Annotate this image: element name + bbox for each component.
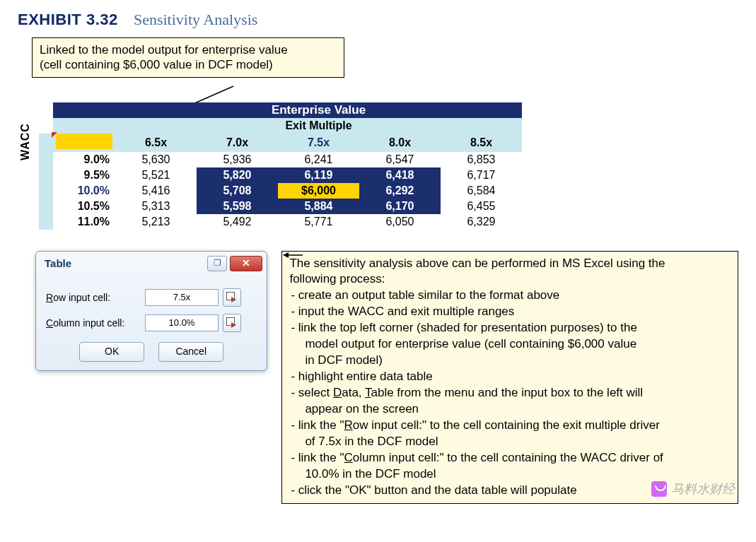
instr-line: - input the WACC and exit multiple range… (289, 304, 731, 320)
cell: 6,170 (359, 200, 441, 213)
instr-line: - link the top left corner (shaded for p… (289, 320, 731, 336)
multiple-header-center: 7.5x (278, 136, 359, 149)
column-input-cell[interactable] (145, 314, 219, 331)
svg-marker-2 (52, 132, 57, 138)
instr-line: The sensitivity analysis above can be pe… (289, 256, 731, 272)
callout-line: Linked to the model output for enterpris… (40, 42, 337, 57)
instr-line: - link the "Row input cell:" to the cell… (289, 418, 731, 434)
wacc-header: 10.5% (53, 200, 115, 213)
row-input-cell[interactable] (145, 289, 219, 306)
cell: 5,492 (197, 216, 278, 228)
instr-line: - highlight entire data table (289, 369, 731, 385)
cell: 6,292 (359, 184, 441, 197)
table-title: Enterprise Value (272, 103, 366, 117)
cell: 5,313 (115, 200, 197, 213)
instr-line: appear on the screen (289, 401, 731, 418)
cell: 5,708 (197, 184, 278, 197)
instructions-box: The sensitivity analysis above can be pe… (281, 251, 738, 504)
wacc-header: 11.0% (53, 216, 115, 228)
table-row: 9.5% 5,521 5,820 6,119 6,418 6,717 (39, 167, 522, 183)
cell: 6,547 (359, 153, 441, 166)
linked-output-cell[interactable] (56, 134, 112, 149)
column-input-label: Column input cell: (46, 317, 145, 329)
multiple-header: 8.5x (441, 136, 522, 149)
cell: 5,820 (197, 169, 278, 182)
callout-line: (cell containing $6,000 value in DCF mod… (40, 57, 337, 72)
cell-marker-icon (52, 132, 59, 139)
table-row: 10.0% 5,416 5,708 $6,000 6,292 6,584 (39, 183, 522, 199)
watermark-icon (651, 481, 667, 497)
cell: 6,418 (359, 169, 441, 182)
sensitivity-table: WACC Enterprise Value Exit Multiple 6.5x… (39, 102, 738, 230)
arrow-instr-to-dialog (283, 249, 304, 264)
cell: 6,241 (278, 153, 359, 166)
cell: 6,853 (441, 153, 522, 166)
instr-line: - link the "Column input cell:" to the c… (289, 450, 731, 466)
wacc-header: 9.5% (53, 169, 115, 182)
cell: 5,884 (278, 200, 359, 213)
cell-highlight: $6,000 (278, 184, 359, 197)
instr-line: model output for enterprise value (cell … (289, 336, 731, 353)
exhibit-title: Sensitivity Analysis (134, 11, 257, 28)
cell: 6,717 (441, 169, 522, 182)
exhibit-number: EXHIBIT 3.32 (18, 11, 118, 28)
instr-line: in DCF model) (289, 353, 731, 369)
instr-line: of 7.5x in the DCF model (289, 434, 731, 450)
dialog-close-button[interactable]: ✕ (230, 256, 262, 271)
table-row: 10.5% 5,313 5,598 5,884 6,170 6,455 (39, 199, 522, 214)
cell: 6,050 (359, 216, 441, 228)
cell: 5,213 (115, 216, 197, 228)
dialog-help-button[interactable]: ❐ (207, 256, 227, 271)
instr-line: - select Data, Table from the menu and t… (289, 385, 731, 401)
dialog-title: Table (45, 257, 71, 269)
wacc-axis-label: WACC (19, 123, 32, 160)
cancel-button[interactable]: Cancel (158, 342, 223, 362)
cell: 5,771 (278, 216, 359, 228)
table-row: 11.0% 5,213 5,492 5,771 6,050 6,329 (39, 214, 522, 230)
multiple-header: 7.0x (197, 136, 278, 149)
row-input-label: Row input cell: (46, 292, 145, 303)
watermark: 马料水财经 (651, 481, 735, 497)
exhibit-heading: EXHIBIT 3.32 Sensitivity Analysis (18, 11, 738, 29)
wacc-header: 9.0% (53, 153, 115, 166)
cell: 5,521 (115, 169, 197, 182)
cell: 6,119 (278, 169, 359, 182)
cell: 5,630 (115, 153, 197, 166)
instr-line: following process: (289, 271, 731, 288)
cell: 5,598 (197, 200, 278, 213)
cell: 5,416 (115, 184, 197, 197)
callout-linked-cell: Linked to the model output for enterpris… (32, 37, 344, 78)
instr-line: - create an output table similar to the … (289, 288, 731, 304)
cell: 5,936 (197, 153, 278, 166)
multiple-header: 8.0x (359, 136, 441, 149)
watermark-text: 马料水财经 (671, 481, 735, 497)
cell: 6,329 (441, 216, 522, 228)
table-subtitle: Exit Multiple (285, 119, 351, 131)
multiple-header: 6.5x (115, 136, 197, 149)
svg-marker-4 (283, 252, 289, 258)
cell: 6,584 (441, 184, 522, 197)
wacc-header-center: 10.0% (53, 184, 115, 197)
cell: 6,455 (441, 200, 522, 213)
ok-button[interactable]: OK (79, 342, 144, 362)
ref-picker-button[interactable] (223, 288, 241, 307)
table-dialog: Table ❐ ✕ Row input cell: Column input c… (35, 251, 267, 371)
table-row: 9.0% 5,630 5,936 6,241 6,547 6,853 (39, 152, 522, 167)
ref-picker-button[interactable] (223, 314, 241, 332)
